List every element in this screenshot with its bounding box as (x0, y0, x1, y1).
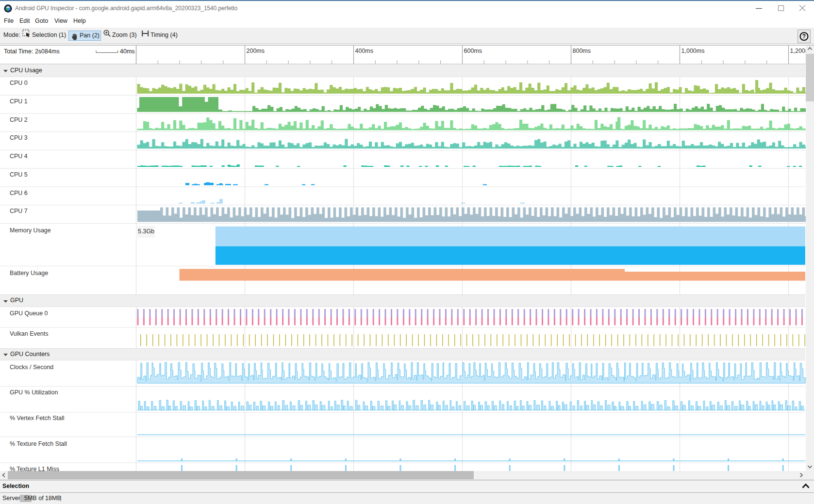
svg-text:?: ? (802, 33, 806, 40)
